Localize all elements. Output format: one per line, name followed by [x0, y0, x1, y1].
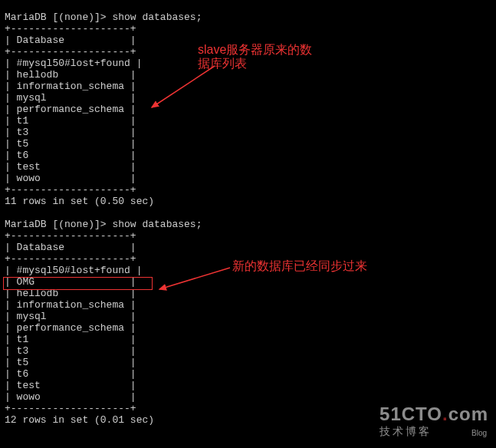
watermark-blog: Blog [471, 429, 487, 437]
watermark: 51CTO.com 技术博客 Blog [379, 404, 488, 439]
table-header: | Database | [5, 35, 136, 46]
table-row: | mysql | [5, 92, 136, 104]
result-footer: 11 rows in set (0.50 sec) [5, 196, 154, 207]
table-row: | test | [5, 161, 136, 173]
table-sep: +--------------------+ [5, 23, 136, 35]
table-row: | t6 | [5, 368, 136, 380]
table-row: | t1 | [5, 334, 136, 345]
table-row: | wowo | [5, 173, 136, 184]
table-row: | #mysql50#lost+found | [5, 58, 142, 69]
table-sep: +--------------------+ [5, 253, 136, 265]
terminal-output: MariaDB [(none)]> show databases; +-----… [5, 0, 202, 426]
table-row: | performance_schema | [5, 104, 136, 115]
table-row: | t5 | [5, 357, 136, 368]
prompt-line: MariaDB [(none)]> show databases; [5, 219, 202, 230]
table-row: | t6 | [5, 150, 136, 161]
table-row: | information_schema | [5, 299, 136, 311]
table-header: | Database | [5, 242, 136, 253]
highlight-box [3, 277, 153, 290]
table-row: | t3 | [5, 345, 136, 357]
table-sep: +--------------------+ [5, 230, 136, 242]
watermark-main: 51CTO.com [379, 404, 488, 425]
annotation-text-1: slave服务器原来的数 据库列表 [198, 43, 312, 71]
table-row: | t1 | [5, 115, 136, 127]
table-sep: +--------------------+ [5, 184, 136, 196]
table-sep: +--------------------+ [5, 46, 136, 58]
prompt-line: MariaDB [(none)]> show databases; [5, 12, 202, 23]
table-row: | test | [5, 380, 136, 391]
table-sep: +--------------------+ [5, 403, 136, 414]
table-row: | hellodb | [5, 69, 136, 81]
table-row: | mysql | [5, 311, 136, 322]
table-row: | t3 | [5, 127, 136, 138]
table-row: | wowo | [5, 391, 136, 403]
result-footer: 12 rows in set (0.01 sec) [5, 414, 154, 426]
annotation-text-2: 新的数据库已经同步过来 [232, 259, 367, 273]
table-row: | t5 | [5, 138, 136, 150]
table-row: | performance_schema | [5, 322, 136, 334]
table-row: | #mysql50#lost+found | [5, 265, 142, 276]
table-row: | information_schema | [5, 81, 136, 92]
